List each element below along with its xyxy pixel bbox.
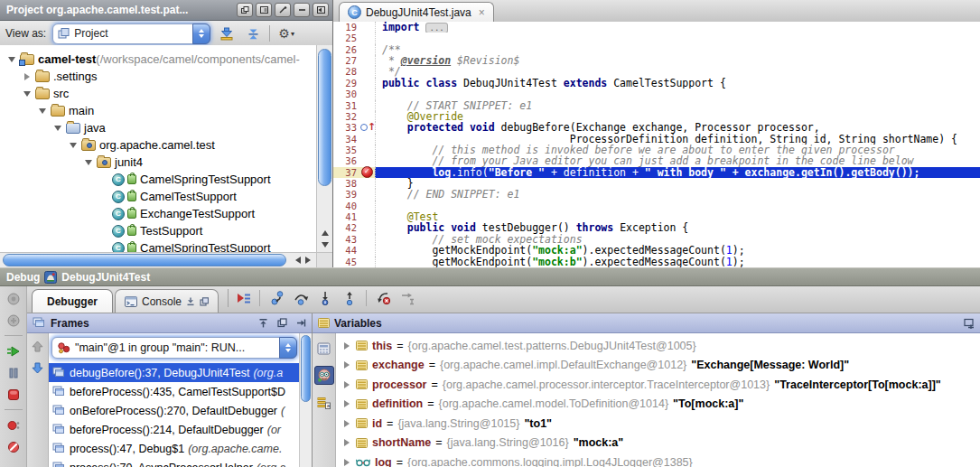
tab-debugger[interactable]: Debugger [32,289,113,313]
tree-item-java[interactable]: java [0,119,318,136]
code-line-32[interactable]: 32 @Override [333,111,980,122]
tree-item-junit4[interactable]: junit4 [0,154,318,171]
expand-closed-icon[interactable] [342,400,351,407]
override-icon[interactable]: ↑ [359,122,375,133]
code-line-19[interactable]: 19import ... [333,22,980,33]
tree-item-org-apache-camel-test[interactable]: org.apache.camel.test [0,136,318,154]
scroll-to-top-icon[interactable] [258,318,268,328]
collapse-all-icon[interactable] [243,24,263,42]
pause-icon[interactable] [5,365,22,380]
thread-selector[interactable]: "main"@1 in group "main": RUN... [51,337,297,359]
code-line-29[interactable]: 29public class DebugJUnit4Test extends C… [333,78,980,89]
project-vertical-scrollbar[interactable] [316,45,332,253]
code-line-37[interactable]: 37 log.info("Before " + definition + " w… [333,167,980,178]
hide-panel-icon[interactable] [296,318,306,328]
code-line-31[interactable]: 31 // START SNIPPET: e1 [333,100,980,111]
expand-closed-icon[interactable] [342,459,351,466]
code-line-35[interactable]: 35 // this method is invoked before we a… [333,145,980,155]
code-line-45[interactable]: 45 getMockEndpoint("mock:b").expectedMes… [333,257,980,267]
code-line-26[interactable]: 26/** [333,44,980,55]
scrollbar-thumb[interactable] [318,49,331,186]
code-editor[interactable]: 19import ...2526/**27 * @version $Revisi… [333,22,980,267]
stop-icon[interactable] [5,387,22,402]
tree-item-camelspringtestsupport[interactable]: CCamelSpringTestSupport [0,239,318,253]
close-tab-icon[interactable]: × [479,6,485,19]
add-watch-icon[interactable] [964,318,975,329]
settings-gear-icon[interactable]: ⚙▾ [276,24,296,42]
evaluate-expression-icon[interactable] [314,339,334,358]
scroll-from-source-icon[interactable] [217,24,237,42]
frame-up-icon[interactable] [32,341,43,352]
code-line-41[interactable]: 41 @Test [333,211,980,222]
project-horizontal-scrollbar[interactable] [0,252,318,267]
variable-item[interactable]: id = {java.lang.String@1015}"to1" [336,414,980,434]
variable-item[interactable]: log = {org.apache.commons.logging.impl.L… [336,453,980,467]
view-as-select[interactable]: Project [52,23,210,44]
drop-frame-icon[interactable] [375,290,391,305]
expand-open-icon[interactable] [21,87,33,100]
scroll-up-icon[interactable] [319,227,331,238]
tree-item--settings[interactable]: .settings [0,68,318,85]
variable-item[interactable]: exchange = {org.apache.camel.impl.Defaul… [336,356,980,376]
expand-closed-icon[interactable] [342,439,351,446]
code-line-28[interactable]: 28 */ [333,66,980,77]
editor-tab[interactable]: C DebugJUnit4Test.java × [339,2,494,22]
expand-open-icon[interactable] [51,121,64,135]
code-line-36[interactable]: 36 // from your Java editor you can just… [333,155,980,166]
breakpoint-icon[interactable] [359,167,375,178]
code-line-25[interactable]: 25 [333,33,980,43]
variable-item[interactable]: this = {org.apache.camel.test.patterns.D… [336,336,980,356]
step-over-icon[interactable] [293,290,309,305]
minimize-window-icon[interactable] [294,3,310,17]
frame-item[interactable]: debugBefore():37, DebugJUnit4Test (org.a [49,363,300,382]
expand-closed-icon[interactable] [342,420,351,427]
mute-breakpoints-icon[interactable] [5,439,22,454]
code-line-33[interactable]: 33↑ protected void debugBefore(Exchange … [333,122,980,133]
expand-closed-icon[interactable] [21,73,33,80]
dock-window-icon[interactable] [256,3,272,17]
float-panel-icon[interactable] [200,297,209,306]
show-execution-point-icon[interactable] [235,290,251,305]
tree-item-camel-test[interactable]: camel-test (/workspace/camel/components/… [0,51,318,68]
scrollbar-thumb[interactable] [301,335,311,402]
select-stepper-icon[interactable] [279,337,297,359]
scrollbar-thumb[interactable] [3,254,286,266]
scroll-down-icon[interactable] [319,239,331,251]
float-panel-icon[interactable] [277,318,287,328]
expand-open-icon[interactable] [36,104,49,117]
tree-item-camelspringtestsupport[interactable]: CCamelSpringTestSupport [0,171,318,188]
frame-item[interactable]: process():47, Debug$1 (org.apache.came. [49,439,300,458]
hot-swap-icon[interactable] [5,313,22,328]
select-stepper-icon[interactable] [192,23,210,44]
code-line-42[interactable]: 42 public void testDebugger() throws Exc… [333,222,980,233]
tree-item-testsupport[interactable]: CTestSupport [0,222,318,239]
scroll-left-icon[interactable] [290,255,303,266]
float-window-icon[interactable] [237,3,253,17]
expand-closed-icon[interactable] [342,381,351,388]
expand-open-icon[interactable] [67,138,79,152]
code-line-30[interactable]: 30 [333,89,980,99]
expand-open-icon[interactable] [5,52,18,66]
expand-open-icon[interactable] [82,155,95,169]
expand-closed-icon[interactable] [342,361,351,369]
view-breakpoints-icon[interactable] [5,417,22,433]
hide-window-icon[interactable] [313,3,329,17]
step-into-icon[interactable] [268,290,285,305]
code-line-40[interactable]: 40 [333,201,980,211]
resume-icon[interactable] [5,343,22,359]
tree-item-src[interactable]: src [0,85,318,102]
sort-alphabetically-icon[interactable]: a [314,393,334,412]
tree-item-main[interactable]: main [0,102,318,119]
expand-closed-icon[interactable] [342,342,351,350]
code-line-38[interactable]: 38 } [333,178,980,189]
code-line-27[interactable]: 27 * @version $Revision$ [333,55,980,66]
code-line-39[interactable]: 39 // END SNIPPET: e1 [333,189,980,200]
scroll-right-icon[interactable] [303,255,316,266]
code-line-34[interactable]: 34 ProcessorDefinition definition, Strin… [333,134,980,145]
variable-item[interactable]: shortName = {java.lang.String@1016}"mock… [336,434,980,453]
frame-down-icon[interactable] [32,362,43,374]
watch-view-icon[interactable] [314,366,334,385]
run-to-cursor-icon[interactable] [399,290,415,305]
variable-item[interactable]: definition = {org.apache.camel.model.ToD… [336,395,980,415]
frame-item[interactable]: process():70, AsyncProcessorHelper (org.… [49,458,300,467]
